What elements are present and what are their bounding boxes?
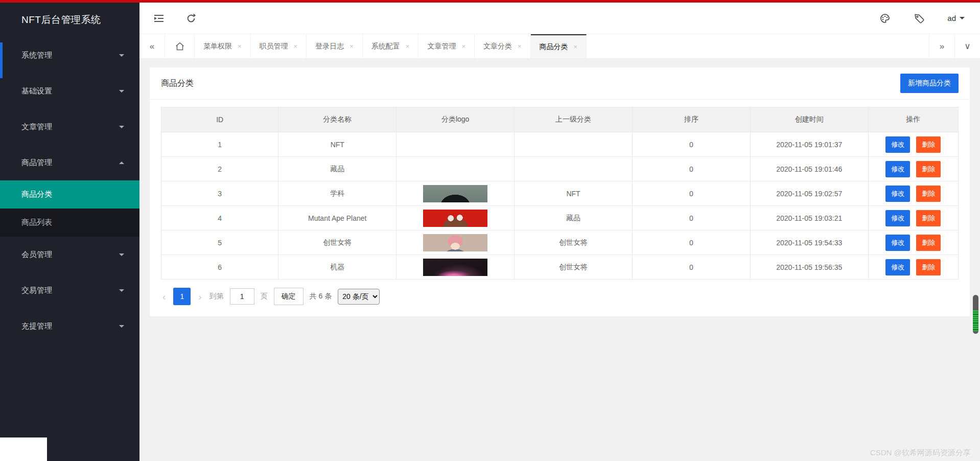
- tab-职员管理[interactable]: 职员管理×: [251, 34, 307, 58]
- tabs-menu-icon[interactable]: ∨: [954, 34, 980, 58]
- sidebar-group-label: 交易管理: [21, 286, 52, 295]
- refresh-icon[interactable]: [185, 13, 197, 24]
- cell-sort: 0: [632, 132, 750, 157]
- tab-close-icon[interactable]: ×: [349, 42, 354, 50]
- delete-button[interactable]: 删除: [916, 259, 941, 275]
- home-tab[interactable]: [165, 34, 195, 58]
- column-header: 创建时间: [750, 107, 868, 132]
- username: ad: [947, 14, 956, 22]
- tab-close-icon[interactable]: ×: [294, 42, 298, 50]
- tab-close-icon[interactable]: ×: [574, 43, 578, 51]
- category-card: 商品分类 新增商品分类 ID分类名称分类logo上一级分类排序创建时间操作 1N…: [150, 67, 970, 316]
- tab-close-icon[interactable]: ×: [238, 42, 242, 50]
- sidebar-group-系统管理[interactable]: 系统管理: [0, 37, 139, 73]
- goto-label: 到第: [209, 292, 224, 301]
- cell-id: 3: [161, 181, 278, 206]
- tabs-scroll-left-icon[interactable]: «: [139, 34, 165, 58]
- open-tabs: 菜单权限×职员管理×登录日志×系统配置×文章管理×文章分类×商品分类×: [195, 34, 587, 58]
- cell-logo: [396, 230, 515, 255]
- cell-id: 6: [161, 255, 278, 280]
- tab-文章分类[interactable]: 文章分类×: [475, 34, 531, 58]
- tab-close-icon[interactable]: ×: [518, 42, 522, 50]
- sidebar-group-基础设置[interactable]: 基础设置: [0, 73, 139, 109]
- tag-icon[interactable]: [914, 13, 925, 24]
- sidebar-group-充提管理[interactable]: 充提管理: [0, 308, 139, 344]
- content-area: 商品分类 新增商品分类 ID分类名称分类logo上一级分类排序创建时间操作 1N…: [139, 59, 980, 461]
- cell-name: 学科: [278, 181, 396, 206]
- tab-label: 文章管理: [427, 42, 456, 51]
- chevron-down-icon: [119, 126, 124, 131]
- category-logo-image: [423, 234, 487, 251]
- delete-button[interactable]: 删除: [916, 235, 941, 251]
- cell-created: 2020-11-05 19:01:37: [750, 132, 868, 157]
- cell-sort: 0: [632, 206, 750, 230]
- column-header: 操作: [868, 107, 958, 132]
- edit-button[interactable]: 修改: [885, 161, 910, 177]
- chevron-down-icon: [960, 17, 965, 22]
- table-row: 4Mutant Ape Planet藏品02020-11-05 19:03:21…: [161, 206, 959, 230]
- page-number-input[interactable]: [230, 288, 254, 305]
- home-icon: [174, 41, 185, 52]
- tab-登录日志[interactable]: 登录日志×: [307, 34, 363, 58]
- per-page-select[interactable]: 20 条/页: [338, 289, 380, 305]
- page-prev-icon[interactable]: ‹: [161, 292, 167, 302]
- tab-系统配置[interactable]: 系统配置×: [363, 34, 419, 58]
- cell-logo: [396, 157, 515, 181]
- sidebar-group-会员管理[interactable]: 会员管理: [0, 237, 139, 272]
- cell-parent: [515, 132, 633, 157]
- page-next-icon[interactable]: ›: [197, 292, 203, 302]
- confirm-page-button[interactable]: 确定: [274, 288, 304, 305]
- edit-button[interactable]: 修改: [885, 186, 910, 202]
- sidebar-group-交易管理[interactable]: 交易管理: [0, 272, 139, 308]
- theme-palette-icon[interactable]: [879, 12, 891, 25]
- column-header: ID: [161, 107, 278, 132]
- edit-button[interactable]: 修改: [885, 259, 910, 275]
- scrollbar-stripes: [973, 310, 978, 331]
- edit-button[interactable]: 修改: [885, 136, 910, 153]
- cell-logo: [396, 255, 515, 280]
- sidebar-submenu: 商品分类商品列表: [0, 180, 139, 237]
- table-row: 6机器创世女将02020-11-05 19:56:35修改删除: [161, 255, 959, 280]
- user-menu[interactable]: ad: [947, 14, 965, 22]
- cell-parent: 创世女将: [515, 230, 633, 255]
- add-category-button[interactable]: 新增商品分类: [900, 74, 959, 93]
- current-page-button[interactable]: 1: [173, 288, 191, 305]
- sidebar-item-商品列表[interactable]: 商品列表: [0, 209, 139, 237]
- cell-actions: 修改删除: [868, 181, 958, 206]
- tab-菜单权限[interactable]: 菜单权限×: [195, 34, 251, 58]
- tab-close-icon[interactable]: ×: [461, 42, 465, 50]
- delete-button[interactable]: 删除: [916, 161, 941, 177]
- sidebar-item-商品分类[interactable]: 商品分类: [0, 180, 139, 209]
- sidebar-group-文章管理[interactable]: 文章管理: [0, 109, 139, 145]
- edit-button[interactable]: 修改: [885, 210, 910, 226]
- tab-bar: « 菜单权限×职员管理×登录日志×系统配置×文章管理×文章分类×商品分类× » …: [139, 34, 980, 59]
- cell-parent: 创世女将: [515, 255, 633, 280]
- category-logo-image: [423, 185, 487, 202]
- category-logo-image: [423, 210, 487, 227]
- tab-商品分类[interactable]: 商品分类×: [531, 34, 587, 58]
- sidebar-scroll-indicator[interactable]: [0, 42, 3, 78]
- sidebar-group-label: 商品管理: [21, 158, 52, 168]
- sidebar-group-商品管理[interactable]: 商品管理: [0, 145, 139, 180]
- chevron-down-icon: [119, 289, 124, 294]
- cell-sort: 0: [632, 255, 750, 280]
- tab-label: 系统配置: [371, 42, 400, 51]
- cell-name: 创世女将: [278, 230, 396, 255]
- tab-label: 职员管理: [260, 42, 288, 51]
- cell-actions: 修改删除: [868, 206, 958, 230]
- tab-close-icon[interactable]: ×: [406, 42, 410, 50]
- tab-文章管理[interactable]: 文章管理×: [418, 34, 475, 58]
- tabs-scroll-right-icon[interactable]: »: [929, 34, 954, 58]
- page-scrollbar[interactable]: [973, 295, 978, 334]
- sidebar-group-label: 基础设置: [21, 86, 52, 96]
- sidebar-group-label: 充提管理: [21, 321, 52, 331]
- cell-name: Mutant Ape Planet: [278, 206, 396, 230]
- category-logo-image: [423, 259, 487, 276]
- tab-label: 登录日志: [315, 42, 344, 51]
- delete-button[interactable]: 删除: [916, 210, 941, 226]
- table-row: 5创世女将创世女将02020-11-05 19:54:33修改删除: [161, 230, 959, 255]
- delete-button[interactable]: 删除: [916, 186, 941, 202]
- delete-button[interactable]: 删除: [916, 136, 941, 153]
- edit-button[interactable]: 修改: [885, 235, 910, 251]
- collapse-sidebar-icon[interactable]: [153, 12, 165, 25]
